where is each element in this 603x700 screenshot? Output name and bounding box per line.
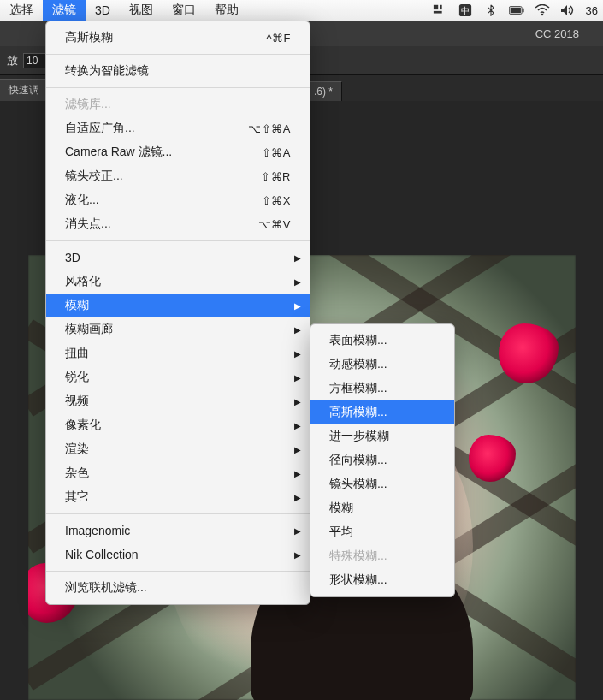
menubar-item[interactable]: 选择 bbox=[0, 0, 43, 21]
submenu-arrow-icon: ▶ bbox=[294, 301, 301, 311]
menu-item-convert-smart-filter[interactable]: 转换为智能滤镜 bbox=[46, 59, 310, 83]
document-tab[interactable]: 快速调 bbox=[0, 79, 49, 101]
menubar-item[interactable]: 滤镜 bbox=[43, 0, 86, 21]
menu-item[interactable]: 模糊画廊▶ bbox=[46, 317, 310, 341]
svg-rect-0 bbox=[433, 5, 437, 9]
menu-item[interactable]: 自适应广角...⌥⇧⌘A bbox=[46, 116, 310, 140]
menu-item[interactable]: 高斯模糊... bbox=[310, 400, 454, 424]
filter-menu: 高斯模糊 ^⌘F 转换为智能滤镜 滤镜库...自适应广角...⌥⇧⌘ACamer… bbox=[45, 21, 310, 605]
menu-item[interactable]: 其它▶ bbox=[46, 485, 310, 509]
menu-item[interactable]: 方框模糊... bbox=[310, 377, 454, 400]
submenu-arrow-icon: ▶ bbox=[294, 253, 301, 263]
menu-item[interactable]: 镜头校正...⇧⌘R bbox=[46, 164, 310, 188]
submenu-arrow-icon: ▶ bbox=[294, 397, 301, 406]
menu-item[interactable]: 模糊▶ bbox=[46, 294, 310, 317]
submenu-arrow-icon: ▶ bbox=[294, 373, 301, 383]
menu-item[interactable]: 风格化▶ bbox=[46, 270, 310, 294]
submenu-arrow-icon: ▶ bbox=[294, 325, 301, 335]
menu-item[interactable]: Camera Raw 滤镜...⇧⌘A bbox=[46, 140, 310, 164]
menu-item[interactable]: 液化...⇧⌘X bbox=[46, 188, 310, 212]
volume-icon[interactable] bbox=[560, 3, 576, 18]
document-tab[interactable]: .6) * bbox=[305, 81, 342, 101]
menu-item[interactable]: 表面模糊... bbox=[310, 329, 454, 353]
battery-icon[interactable] bbox=[509, 3, 524, 18]
menu-item[interactable]: 镜头模糊... bbox=[310, 472, 454, 496]
submenu-arrow-icon: ▶ bbox=[294, 277, 301, 287]
submenu-arrow-icon: ▶ bbox=[294, 493, 301, 502]
submenu-arrow-icon: ▶ bbox=[294, 469, 301, 478]
menu-item[interactable]: 像素化▶ bbox=[46, 413, 310, 437]
menu-item[interactable]: 3D▶ bbox=[46, 246, 310, 270]
menu-item-browse-filters[interactable]: 浏览联机滤镜... bbox=[46, 576, 310, 600]
menubar-status-area: 中 36 bbox=[432, 3, 603, 18]
menu-item[interactable]: Imagenomic▶ bbox=[46, 519, 310, 543]
svg-text:中: 中 bbox=[461, 6, 470, 15]
menu-item[interactable]: 锐化▶ bbox=[46, 365, 310, 389]
submenu-arrow-icon: ▶ bbox=[294, 526, 301, 536]
mac-menubar: 选择滤镜3D视图窗口帮助 中 36 bbox=[0, 0, 603, 21]
menubar-item[interactable]: 视图 bbox=[120, 0, 163, 21]
menu-item[interactable]: 进一步模糊 bbox=[310, 424, 454, 448]
svg-rect-6 bbox=[510, 8, 520, 14]
menubar-item[interactable]: 3D bbox=[86, 0, 120, 21]
svg-point-8 bbox=[541, 14, 543, 16]
svg-rect-7 bbox=[522, 9, 523, 13]
ime-icon[interactable]: 中 bbox=[458, 3, 473, 18]
menu-item[interactable]: 视频▶ bbox=[46, 389, 310, 413]
menu-item: 特殊模糊... bbox=[310, 544, 454, 568]
menubar-extra-text: 36 bbox=[586, 4, 598, 17]
menu-item[interactable]: 动感模糊... bbox=[310, 353, 454, 377]
menu-item[interactable]: 扭曲▶ bbox=[46, 341, 310, 365]
menu-item[interactable]: 渲染▶ bbox=[46, 437, 310, 461]
submenu-arrow-icon: ▶ bbox=[294, 421, 301, 430]
menu-item[interactable]: 形状模糊... bbox=[310, 568, 454, 592]
menu-item[interactable]: 径向模糊... bbox=[310, 448, 454, 472]
submenu-arrow-icon: ▶ bbox=[294, 349, 301, 359]
svg-rect-1 bbox=[440, 5, 442, 9]
blur-submenu: 表面模糊...动感模糊...方框模糊...高斯模糊...进一步模糊径向模糊...… bbox=[310, 323, 455, 597]
svg-rect-2 bbox=[433, 11, 441, 14]
menu-item[interactable]: Nik Collection▶ bbox=[46, 543, 310, 567]
menu-item-last-filter[interactable]: 高斯模糊 ^⌘F bbox=[46, 26, 310, 50]
wifi-icon[interactable] bbox=[535, 3, 550, 18]
submenu-arrow-icon: ▶ bbox=[294, 445, 301, 454]
menubar-item[interactable]: 帮助 bbox=[205, 0, 248, 21]
menubar-item[interactable]: 窗口 bbox=[163, 0, 205, 21]
menu-item[interactable]: 平均 bbox=[310, 520, 454, 544]
app-title-suffix: CC 2018 bbox=[535, 27, 579, 40]
menu-item[interactable]: 模糊 bbox=[310, 496, 454, 520]
options-label: 放 bbox=[7, 53, 18, 68]
menu-item[interactable]: 消失点...⌥⌘V bbox=[46, 212, 310, 236]
submenu-arrow-icon: ▶ bbox=[294, 550, 301, 560]
menu-item: 滤镜库... bbox=[46, 92, 310, 116]
menu-item[interactable]: 杂色▶ bbox=[46, 461, 310, 485]
bluetooth-icon[interactable] bbox=[483, 3, 499, 18]
input-indicator-icon[interactable] bbox=[432, 3, 447, 18]
